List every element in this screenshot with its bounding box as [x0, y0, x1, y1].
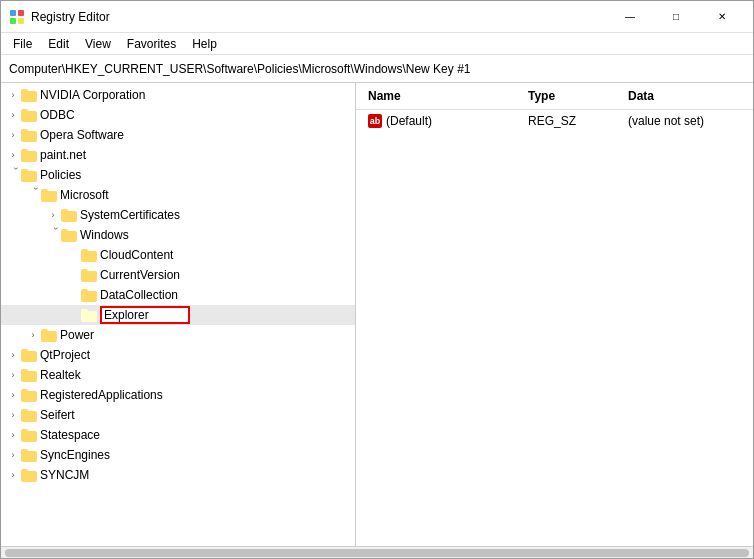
toggle-paintnet[interactable]: ›	[5, 147, 21, 163]
label-windows: Windows	[80, 228, 129, 242]
tree-item-odbc[interactable]: › ODBC	[1, 105, 355, 125]
tree-item-power[interactable]: › Power	[1, 325, 355, 345]
label-microsoft: Microsoft	[60, 188, 109, 202]
folder-icon-systemcerts	[61, 209, 77, 222]
folder-icon-statespace	[21, 429, 37, 442]
col-data: Data	[624, 87, 745, 105]
toggle-syncengines[interactable]: ›	[5, 447, 21, 463]
main-content: › NVIDIA Corporation › ODBC › Opera Soft…	[1, 83, 753, 546]
label-syncjm: SYNCJM	[40, 468, 89, 482]
col-name: Name	[364, 87, 524, 105]
tree-item-systemcerts[interactable]: › SystemCertificates	[1, 205, 355, 225]
tree-item-statespace[interactable]: › Statespace	[1, 425, 355, 445]
tree-item-nvidia[interactable]: › NVIDIA Corporation	[1, 85, 355, 105]
folder-icon-odbc	[21, 109, 37, 122]
app-icon	[9, 9, 25, 25]
horizontal-scrollbar[interactable]	[1, 546, 753, 558]
default-name-label: (Default)	[386, 114, 432, 128]
reg-sz-icon: ab	[368, 114, 382, 128]
detail-pane: Name Type Data ab (Default) REG_SZ (valu…	[356, 83, 753, 546]
menu-help[interactable]: Help	[184, 35, 225, 53]
toggle-odbc[interactable]: ›	[5, 107, 21, 123]
scrollbar-thumb[interactable]	[5, 549, 749, 557]
label-regapps: RegisteredApplications	[40, 388, 163, 402]
registry-editor-window: Registry Editor — □ ✕ File Edit View Fav…	[0, 0, 754, 559]
label-odbc: ODBC	[40, 108, 75, 122]
rename-input-explorer[interactable]	[100, 306, 190, 324]
tree-item-syncjm[interactable]: › SYNCJM	[1, 465, 355, 485]
label-policies: Policies	[40, 168, 81, 182]
maximize-button[interactable]: □	[653, 1, 699, 33]
menu-edit[interactable]: Edit	[40, 35, 77, 53]
folder-icon-opera	[21, 129, 37, 142]
label-nvidia: NVIDIA Corporation	[40, 88, 145, 102]
toggle-microsoft[interactable]: ›	[25, 187, 41, 203]
toggle-qtproject[interactable]: ›	[5, 347, 21, 363]
toggle-realtek[interactable]: ›	[5, 367, 21, 383]
tree-item-cloudcontent[interactable]: › CloudContent	[1, 245, 355, 265]
tree-pane[interactable]: › NVIDIA Corporation › ODBC › Opera Soft…	[1, 83, 356, 546]
address-path: Computer\HKEY_CURRENT_USER\Software\Poli…	[9, 62, 470, 76]
label-opera: Opera Software	[40, 128, 124, 142]
tree-item-datacollection[interactable]: › DataCollection	[1, 285, 355, 305]
folder-icon-currentversion	[81, 269, 97, 282]
folder-icon-datacollection	[81, 289, 97, 302]
close-button[interactable]: ✕	[699, 1, 745, 33]
label-cloudcontent: CloudContent	[100, 248, 173, 262]
tree-item-windows[interactable]: › Windows	[1, 225, 355, 245]
menu-file[interactable]: File	[5, 35, 40, 53]
toggle-nvidia[interactable]: ›	[5, 87, 21, 103]
label-realtek: Realtek	[40, 368, 81, 382]
tree-item-currentversion[interactable]: › CurrentVersion	[1, 265, 355, 285]
label-datacollection: DataCollection	[100, 288, 178, 302]
svg-rect-3	[18, 18, 24, 24]
folder-icon-policies	[21, 169, 37, 182]
menu-view[interactable]: View	[77, 35, 119, 53]
toggle-systemcerts[interactable]: ›	[45, 207, 61, 223]
folder-icon-qtproject	[21, 349, 37, 362]
tree-item-regapps[interactable]: › RegisteredApplications	[1, 385, 355, 405]
cell-name-default: ab (Default)	[364, 113, 524, 129]
label-paintnet: paint.net	[40, 148, 86, 162]
toggle-windows[interactable]: ›	[45, 227, 61, 243]
folder-icon-regapps	[21, 389, 37, 402]
folder-icon-syncengines	[21, 449, 37, 462]
tree-item-qtproject[interactable]: › QtProject	[1, 345, 355, 365]
tree-item-microsoft[interactable]: › Microsoft	[1, 185, 355, 205]
toggle-syncjm[interactable]: ›	[5, 467, 21, 483]
folder-icon-explorer	[81, 309, 97, 322]
folder-icon-seifert	[21, 409, 37, 422]
tree-item-seifert[interactable]: › Seifert	[1, 405, 355, 425]
menu-bar: File Edit View Favorites Help	[1, 33, 753, 55]
folder-icon-windows	[61, 229, 77, 242]
label-currentversion: CurrentVersion	[100, 268, 180, 282]
toggle-statespace[interactable]: ›	[5, 427, 21, 443]
toggle-regapps[interactable]: ›	[5, 387, 21, 403]
tree-item-paintnet[interactable]: › paint.net	[1, 145, 355, 165]
tree-item-policies[interactable]: › Policies	[1, 165, 355, 185]
label-power: Power	[60, 328, 94, 342]
svg-rect-0	[10, 10, 16, 16]
label-qtproject: QtProject	[40, 348, 90, 362]
folder-icon-syncjm	[21, 469, 37, 482]
tree-item-explorer[interactable]: ›	[1, 305, 355, 325]
folder-icon-realtek	[21, 369, 37, 382]
folder-icon-cloudcontent	[81, 249, 97, 262]
tree-item-syncengines[interactable]: › SyncEngines	[1, 445, 355, 465]
label-syncengines: SyncEngines	[40, 448, 110, 462]
tree-item-opera[interactable]: › Opera Software	[1, 125, 355, 145]
folder-icon-microsoft	[41, 189, 57, 202]
toggle-power[interactable]: ›	[25, 327, 41, 343]
toggle-policies[interactable]: ›	[5, 167, 21, 183]
minimize-button[interactable]: —	[607, 1, 653, 33]
detail-row-default[interactable]: ab (Default) REG_SZ (value not set)	[356, 110, 753, 132]
toggle-opera[interactable]: ›	[5, 127, 21, 143]
menu-favorites[interactable]: Favorites	[119, 35, 184, 53]
tree-item-realtek[interactable]: › Realtek	[1, 365, 355, 385]
col-type: Type	[524, 87, 624, 105]
address-bar: Computer\HKEY_CURRENT_USER\Software\Poli…	[1, 55, 753, 83]
svg-rect-2	[10, 18, 16, 24]
window-controls: — □ ✕	[607, 1, 745, 33]
svg-rect-1	[18, 10, 24, 16]
toggle-seifert[interactable]: ›	[5, 407, 21, 423]
